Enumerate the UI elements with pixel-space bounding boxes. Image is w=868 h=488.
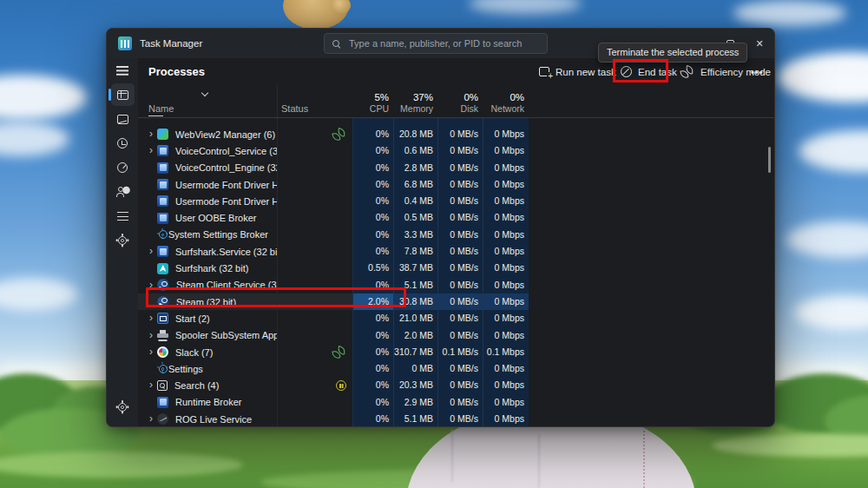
more-options-button[interactable]: ••• [751,58,764,85]
column-header-cpu[interactable]: 5% CPU [352,85,393,117]
process-row[interactable]: ›Surfshark.Service (32 bit)0%7.8 MB0 MB/… [138,243,774,260]
process-name: WebView2 Manager (6) [175,129,275,140]
process-row[interactable]: Usermode Font Driver Host0%6.8 MB0 MB/s0… [138,176,774,193]
process-name: Spooler SubSystem App [175,330,277,340]
disk-value: 0 MB/s [437,142,483,159]
expand-chevron-icon[interactable]: › [145,142,157,159]
disk-label: Disk [461,103,478,115]
process-row[interactable]: VoiceControl_Engine (32 bit)0%2.8 MB0 MB… [138,160,774,176]
network-value: 0 Mbps [483,209,529,226]
search-input[interactable] [349,38,540,49]
network-value: 0 Mbps [483,327,529,344]
network-value: 0 Mbps [483,260,529,276]
process-name: User OOBE Broker [175,213,257,223]
memory-value [393,118,437,126]
slack-icon [157,346,168,358]
app-window-icon [157,246,168,257]
process-row[interactable]: ›Start (2)0%21.0 MB0 MB/s0 Mbps [138,310,774,326]
cpu-value: 0% [352,243,393,260]
network-value: 0 Mbps [483,277,529,293]
process-row[interactable]: ›VoiceControl_Service (32 bit)0%0.6 MB0 … [138,142,774,159]
column-header-disk[interactable]: 0% Disk [437,85,483,117]
expand-chevron-icon[interactable]: › [145,327,157,344]
app-window-icon [157,179,168,190]
app-window-icon [157,195,168,207]
app-window-icon [157,213,168,224]
cpu-value: 0% [352,411,393,426]
process-row[interactable]: Surfshark (32 bit)0.5%38.7 MB0 MB/s0 Mbp… [138,260,774,276]
processes-icon [117,90,128,100]
expand-chevron-icon[interactable]: › [145,126,157,142]
cpu-value: 0% [352,142,393,159]
process-row[interactable]: Usermode Font Driver Host0%0.4 MB0 MB/s0… [138,193,774,209]
search-box[interactable] [324,33,548,54]
sidebar-items [107,58,138,253]
cpu-value: 0.5% [352,260,393,276]
process-name: Settings [168,364,203,374]
expand-chevron-icon[interactable]: › [145,377,157,393]
memory-label: Memory [400,103,433,115]
disk-value [437,118,483,126]
sidebar [107,58,138,426]
process-row[interactable]: User OOBE Broker0%0.5 MB0 MB/s0 Mbps [138,209,774,226]
network-value: 0 Mbps [483,243,529,260]
memory-value: 20.8 MB [393,126,437,142]
column-header-status[interactable]: Status [277,85,352,117]
sidebar-item-services[interactable] [107,228,138,253]
sidebar-item-app-history[interactable] [107,131,138,155]
disk-value: 0 MB/s [437,394,483,411]
sidebar-item-users[interactable] [107,180,138,204]
network-value: 0 Mbps [483,160,529,176]
process-row[interactable]: ›Slack (7)0%310.7 MB0.1 MB/s0.1 Mbps [138,344,774,360]
network-value: 0 Mbps [483,411,529,426]
sidebar-item-settings[interactable] [107,395,138,419]
scrollbar-thumb[interactable] [768,147,771,173]
expand-chevron-icon[interactable]: › [145,243,157,260]
expand-chevron-icon[interactable]: › [145,310,157,326]
cpu-label: CPU [370,103,389,115]
process-row[interactable]: ›WebView2 Manager (6)0%20.8 MB0 MB/s0 Mb… [138,126,774,142]
process-row[interactable]: ›ROG Live Service0%5.1 MB0 MB/s0 Mbps [138,411,774,426]
process-row[interactable]: ›Spooler SubSystem App0%2.0 MB0 MB/s0 Mb… [138,327,774,344]
rog-icon [157,413,168,425]
process-name: Surfshark (32 bit) [175,263,248,274]
process-name: Search (4) [174,380,219,391]
cpu-value: 0% [352,176,393,193]
cpu-value [352,118,393,126]
expand-chevron-icon[interactable]: › [145,411,157,426]
more-icon: ••• [751,67,764,77]
cpu-value: 0% [352,227,393,243]
process-row[interactable]: Settings0%0 MB0 MB/s0 Mbps [138,360,774,377]
annotation-box-steam-row [146,287,406,307]
close-button[interactable]: ✕ [745,29,774,58]
start-icon [157,313,168,324]
sidebar-item-processes[interactable] [107,82,138,107]
column-header-name[interactable]: Name [138,85,277,117]
process-row[interactable]: System Settings Broker0%3.3 MB0 MB/s0 Mb… [138,227,774,243]
memory-value: 2.9 MB [393,394,437,411]
cpu-value: 0% [352,126,393,142]
run-new-task-icon [539,67,549,76]
expand-chevron-icon[interactable]: › [145,344,157,360]
disk-value: 0 MB/s [437,377,483,393]
sidebar-item-menu[interactable] [107,58,138,82]
process-row[interactable]: Runtime Broker0%2.9 MB0 MB/s0 Mbps [138,394,774,411]
table-header: Name Status 5% CPU 37% Memory 0% Disk 0 [138,85,774,118]
disk-value: 0 MB/s [437,360,483,377]
column-header-network[interactable]: 0% Network [483,85,529,117]
sidebar-item-startup-apps[interactable] [107,155,138,180]
sidebar-item-details[interactable] [107,204,138,228]
performance-icon [117,115,128,124]
process-name: Surfshark.Service (32 bit) [175,247,277,257]
dress-fold [538,434,540,488]
memory-value: 3.3 MB [393,227,437,243]
column-header-memory[interactable]: 37% Memory [393,85,437,117]
network-value: 0 Mbps [483,126,529,142]
process-row[interactable]: ›Search (4)0%20.3 MB0 MB/s0 Mbps [138,377,774,393]
network-value: 0 Mbps [483,227,529,243]
network-value: 0.1 Mbps [483,344,529,360]
memory-value: 20.3 MB [393,377,437,393]
memory-value: 21.0 MB [393,310,437,326]
cpu-value: 0% [352,377,393,393]
sidebar-item-performance[interactable] [107,107,138,131]
